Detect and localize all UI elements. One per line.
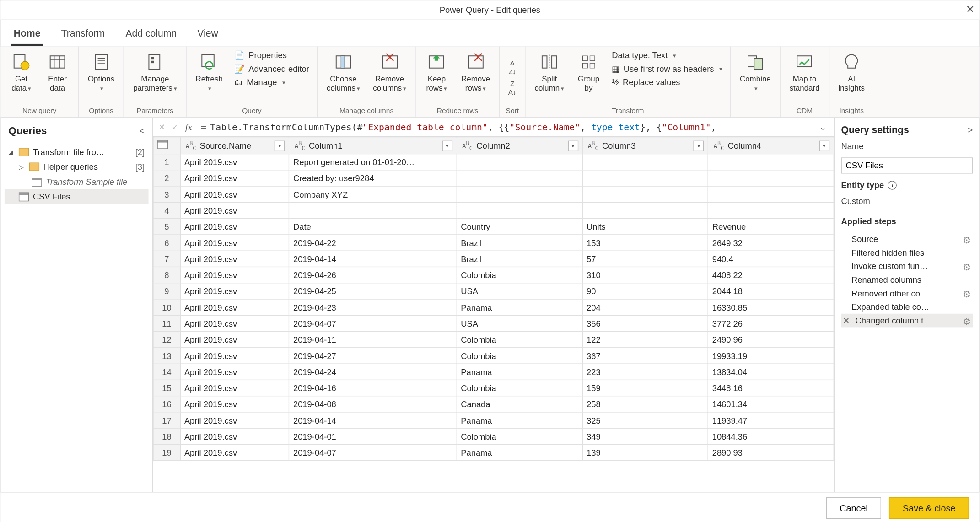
table-cell[interactable]: 2019-04-07	[289, 316, 457, 332]
table-cell[interactable]	[582, 154, 708, 170]
advanced-editor-button[interactable]: 📝Advanced editor	[232, 63, 312, 75]
table-cell[interactable]: April 2019.csv	[180, 316, 289, 332]
table-cell[interactable]: April 2019.csv	[180, 219, 289, 235]
table-cell[interactable]: 13834.04	[708, 364, 834, 380]
row-number[interactable]: 5	[153, 219, 180, 235]
table-cell[interactable]: 367	[582, 348, 708, 364]
get-data-button[interactable]: Get data▾	[6, 49, 37, 95]
query-name-input[interactable]	[841, 157, 973, 173]
table-cell[interactable]: 258	[582, 396, 708, 412]
table-cell[interactable]: April 2019.csv	[180, 429, 289, 445]
table-row[interactable]: 10April 2019.csv2019-04-23Panama20416330…	[153, 299, 834, 315]
table-cell[interactable]	[582, 170, 708, 186]
table-cell[interactable]: April 2019.csv	[180, 364, 289, 380]
table-cell[interactable]: Colombia	[457, 332, 582, 348]
table-cell[interactable]: April 2019.csv	[180, 380, 289, 396]
data-type-button[interactable]: Data type: Text▾	[609, 49, 725, 61]
formula-input[interactable]: =Table.TransformColumnTypes(#"Expanded t…	[197, 120, 812, 133]
table-row[interactable]: 15April 2019.csv2019-04-16Colombia159344…	[153, 380, 834, 396]
enter-data-button[interactable]: Enter data	[42, 49, 73, 95]
first-row-headers-button[interactable]: ▦Use first row as headers▾	[609, 63, 725, 75]
table-cell[interactable]: 19933.19	[708, 348, 834, 364]
query-tree-item[interactable]: Transform Sample file	[5, 174, 149, 189]
refresh-button[interactable]: Refresh▾	[192, 49, 226, 95]
table-cell[interactable]: 2044.18	[708, 283, 834, 299]
table-cell[interactable]	[457, 154, 582, 170]
row-number[interactable]: 18	[153, 429, 180, 445]
table-cell[interactable]: 2019-04-25	[289, 283, 457, 299]
replace-values-button[interactable]: ½Replace values	[609, 76, 725, 88]
table-cell[interactable]	[708, 154, 834, 170]
grid-corner[interactable]	[153, 137, 180, 154]
table-row[interactable]: 7April 2019.csv2019-04-14Brazil57940.4	[153, 251, 834, 267]
table-cell[interactable]: 3448.16	[708, 380, 834, 396]
applied-step[interactable]: Source⚙	[841, 232, 973, 246]
manage-button[interactable]: 🗂Manage▾	[232, 76, 312, 88]
table-cell[interactable]	[708, 187, 834, 203]
ai-insights-button[interactable]: AI insights	[835, 49, 868, 95]
row-number[interactable]: 13	[153, 348, 180, 364]
table-cell[interactable]: April 2019.csv	[180, 251, 289, 267]
data-grid[interactable]: ABCSource.Name▾ABCColumn1▾ABCColumn2▾ABC…	[153, 137, 834, 461]
table-cell[interactable]: Panama	[457, 299, 582, 315]
cancel-button[interactable]: Cancel	[826, 497, 882, 519]
query-tree-item[interactable]: ◢Transform file fro…[2]	[5, 145, 149, 159]
table-cell[interactable]: April 2019.csv	[180, 235, 289, 251]
table-cell[interactable]: 122	[582, 332, 708, 348]
table-cell[interactable]	[457, 170, 582, 186]
table-cell[interactable]: 2019-04-24	[289, 364, 457, 380]
table-cell[interactable]	[457, 203, 582, 219]
info-icon[interactable]: i	[888, 180, 897, 189]
table-cell[interactable]: April 2019.csv	[180, 267, 289, 283]
column-filter-icon[interactable]: ▾	[568, 140, 578, 151]
table-row[interactable]: 12April 2019.csv2019-04-11Colombia122249…	[153, 332, 834, 348]
tab-transform[interactable]: Transform	[59, 24, 108, 46]
options-button[interactable]: Options▾	[84, 49, 118, 95]
table-cell[interactable]: 349	[582, 429, 708, 445]
table-cell[interactable]	[708, 203, 834, 219]
table-row[interactable]: 5April 2019.csvDateCountryUnitsRevenue	[153, 219, 834, 235]
column-header[interactable]: ABCColumn1▾	[289, 137, 457, 154]
table-cell[interactable]: 325	[582, 412, 708, 428]
query-tree-item[interactable]: ▷Helper queries[3]	[5, 160, 149, 174]
sort-asc-button[interactable]: AZ↓	[508, 59, 516, 75]
table-cell[interactable]: 2019-04-07	[289, 445, 457, 461]
table-cell[interactable]: 14601.34	[708, 396, 834, 412]
applied-step[interactable]: ✕Changed column t…⚙	[841, 314, 973, 328]
applied-step[interactable]: Removed other col…⚙	[841, 286, 973, 300]
row-number[interactable]: 3	[153, 187, 180, 203]
table-row[interactable]: 2April 2019.csvCreated by: user9284	[153, 170, 834, 186]
table-cell[interactable]: 2890.93	[708, 445, 834, 461]
gear-icon[interactable]: ⚙	[963, 262, 972, 271]
collapse-queries-icon[interactable]: <	[140, 126, 145, 136]
properties-button[interactable]: 📄Properties	[232, 49, 312, 61]
table-cell[interactable]	[289, 203, 457, 219]
table-cell[interactable]: 2019-04-08	[289, 396, 457, 412]
table-cell[interactable]: 2019-04-22	[289, 235, 457, 251]
table-cell[interactable]	[582, 203, 708, 219]
column-filter-icon[interactable]: ▾	[442, 140, 452, 151]
table-cell[interactable]: 2019-04-14	[289, 412, 457, 428]
table-cell[interactable]: Colombia	[457, 380, 582, 396]
table-cell[interactable]: 310	[582, 267, 708, 283]
table-cell[interactable]: 2019-04-14	[289, 251, 457, 267]
remove-columns-button[interactable]: Remove columns▾	[369, 49, 410, 95]
table-cell[interactable]: Panama	[457, 364, 582, 380]
tab-home[interactable]: Home	[11, 24, 43, 46]
column-header[interactable]: ABCColumn4▾	[708, 137, 834, 154]
table-row[interactable]: 16April 2019.csv2019-04-08Canada25814601…	[153, 396, 834, 412]
table-cell[interactable]: 2019-04-26	[289, 267, 457, 283]
row-number[interactable]: 17	[153, 412, 180, 428]
choose-columns-button[interactable]: Choose columns▾	[323, 49, 364, 95]
row-number[interactable]: 6	[153, 235, 180, 251]
save-close-button[interactable]: Save & close	[889, 497, 969, 519]
table-row[interactable]: 17April 2019.csv2019-04-14Panama32511939…	[153, 412, 834, 428]
close-icon[interactable]: ✕	[966, 3, 974, 16]
table-cell[interactable]: Units	[582, 219, 708, 235]
table-cell[interactable]: 356	[582, 316, 708, 332]
table-cell[interactable]: 204	[582, 299, 708, 315]
table-cell[interactable]: April 2019.csv	[180, 332, 289, 348]
row-number[interactable]: 12	[153, 332, 180, 348]
table-cell[interactable]: April 2019.csv	[180, 170, 289, 186]
table-row[interactable]: 3April 2019.csvCompany XYZ	[153, 187, 834, 203]
